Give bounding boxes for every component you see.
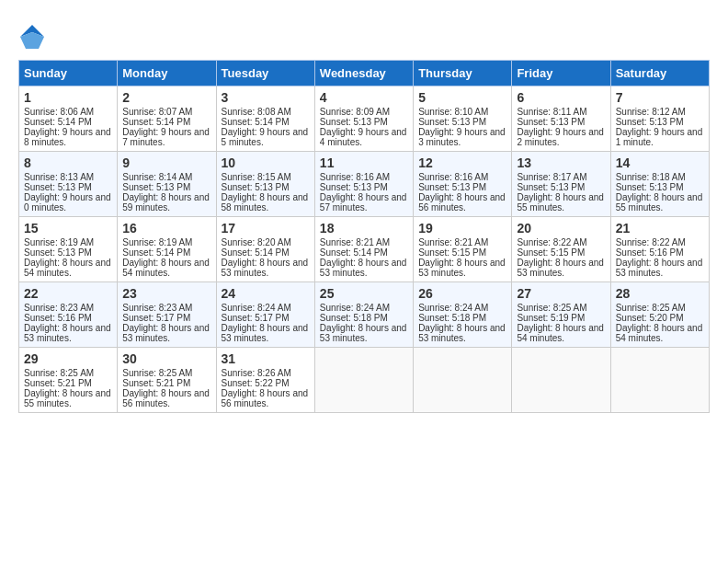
sunrise: Sunrise: 8:07 AM [122, 107, 192, 117]
sunrise: Sunrise: 8:24 AM [222, 303, 291, 313]
day-number: 27 [517, 286, 605, 301]
daylight: Daylight: 8 hours and 54 minutes. [517, 323, 604, 343]
sunrise: Sunrise: 8:17 AM [517, 172, 586, 182]
sunset: Sunset: 5:16 PM [616, 247, 684, 258]
sunset: Sunset: 5:13 PM [418, 182, 486, 192]
calendar-cell: 31Sunrise: 8:26 AMSunset: 5:22 PMDayligh… [216, 348, 314, 413]
daylight: Daylight: 9 hours and 8 minutes. [24, 127, 111, 147]
calendar-cell: 17Sunrise: 8:20 AMSunset: 5:14 PMDayligh… [216, 217, 314, 282]
sunset: Sunset: 5:13 PM [517, 117, 585, 127]
daylight: Daylight: 8 hours and 54 minutes. [616, 323, 703, 343]
sunset: Sunset: 5:13 PM [222, 182, 290, 192]
calendar-cell [610, 348, 709, 413]
calendar-cell: 6Sunrise: 8:11 AMSunset: 5:13 PMDaylight… [512, 86, 610, 152]
sunrise: Sunrise: 8:22 AM [616, 237, 686, 247]
day-number: 17 [222, 221, 310, 236]
calendar-cell: 2Sunrise: 8:07 AMSunset: 5:14 PMDaylight… [118, 86, 216, 152]
calendar-cell: 15Sunrise: 8:19 AMSunset: 5:13 PMDayligh… [19, 217, 118, 282]
daylight: Daylight: 8 hours and 53 minutes. [122, 323, 210, 343]
logo-icon [18, 23, 46, 51]
sunrise: Sunrise: 8:19 AM [122, 237, 192, 247]
weekday-header: Tuesday [216, 61, 314, 86]
calendar-cell [414, 348, 512, 413]
sunrise: Sunrise: 8:18 AM [616, 172, 686, 182]
sunset: Sunset: 5:13 PM [320, 117, 388, 127]
daylight: Daylight: 8 hours and 53 minutes. [320, 258, 407, 278]
calendar-cell: 25Sunrise: 8:24 AMSunset: 5:18 PMDayligh… [314, 282, 413, 348]
day-number: 8 [24, 155, 112, 170]
daylight: Daylight: 8 hours and 53 minutes. [418, 258, 506, 278]
sunrise: Sunrise: 8:25 AM [24, 368, 94, 378]
daylight: Daylight: 8 hours and 53 minutes. [222, 323, 309, 343]
day-number: 11 [320, 155, 408, 170]
day-number: 12 [418, 155, 506, 170]
weekday-header: Thursday [414, 61, 512, 86]
sunrise: Sunrise: 8:13 AM [24, 172, 94, 182]
sunset: Sunset: 5:22 PM [222, 378, 290, 388]
sunset: Sunset: 5:18 PM [418, 313, 486, 323]
sunset: Sunset: 5:13 PM [517, 182, 585, 192]
sunset: Sunset: 5:15 PM [517, 247, 585, 258]
calendar-cell: 8Sunrise: 8:13 AMSunset: 5:13 PMDaylight… [19, 152, 118, 217]
day-number: 22 [24, 286, 112, 301]
sunset: Sunset: 5:14 PM [320, 247, 388, 258]
sunrise: Sunrise: 8:25 AM [517, 303, 586, 313]
sunrise: Sunrise: 8:24 AM [418, 303, 488, 313]
day-number: 23 [122, 286, 210, 301]
daylight: Daylight: 8 hours and 55 minutes. [24, 388, 111, 408]
day-number: 16 [122, 221, 210, 236]
day-number: 14 [616, 155, 704, 170]
calendar-cell: 24Sunrise: 8:24 AMSunset: 5:17 PMDayligh… [216, 282, 314, 348]
weekday-header: Wednesday [314, 61, 413, 86]
sunset: Sunset: 5:16 PM [24, 313, 92, 323]
calendar-cell: 1Sunrise: 8:06 AMSunset: 5:14 PMDaylight… [19, 86, 118, 152]
day-number: 21 [616, 221, 704, 236]
daylight: Daylight: 8 hours and 54 minutes. [24, 258, 111, 278]
calendar-week-row: 29Sunrise: 8:25 AMSunset: 5:21 PMDayligh… [19, 348, 710, 413]
sunrise: Sunrise: 8:16 AM [320, 172, 390, 182]
sunrise: Sunrise: 8:15 AM [222, 172, 291, 182]
sunrise: Sunrise: 8:23 AM [122, 303, 192, 313]
day-number: 28 [616, 286, 704, 301]
sunrise: Sunrise: 8:24 AM [320, 303, 390, 313]
daylight: Daylight: 8 hours and 57 minutes. [320, 192, 407, 213]
sunset: Sunset: 5:13 PM [616, 182, 684, 192]
calendar-cell: 26Sunrise: 8:24 AMSunset: 5:18 PMDayligh… [414, 282, 512, 348]
sunrise: Sunrise: 8:16 AM [418, 172, 488, 182]
day-number: 4 [320, 90, 408, 105]
daylight: Daylight: 8 hours and 53 minutes. [222, 258, 309, 278]
calendar-cell: 29Sunrise: 8:25 AMSunset: 5:21 PMDayligh… [19, 348, 118, 413]
sunset: Sunset: 5:14 PM [222, 117, 290, 127]
sunrise: Sunrise: 8:25 AM [616, 303, 686, 313]
day-number: 6 [517, 90, 605, 105]
calendar-cell [314, 348, 413, 413]
day-number: 18 [320, 221, 408, 236]
sunset: Sunset: 5:13 PM [616, 117, 684, 127]
sunrise: Sunrise: 8:21 AM [418, 237, 488, 247]
sunrise: Sunrise: 8:12 AM [616, 107, 686, 117]
sunrise: Sunrise: 8:10 AM [418, 107, 488, 117]
daylight: Daylight: 8 hours and 58 minutes. [222, 192, 309, 213]
sunrise: Sunrise: 8:25 AM [122, 368, 192, 378]
daylight: Daylight: 9 hours and 0 minutes. [24, 192, 111, 213]
daylight: Daylight: 9 hours and 3 minutes. [418, 127, 506, 147]
calendar-week-row: 8Sunrise: 8:13 AMSunset: 5:13 PMDaylight… [19, 152, 710, 217]
weekday-header: Friday [512, 61, 610, 86]
day-number: 3 [222, 90, 310, 105]
calendar-week-row: 1Sunrise: 8:06 AMSunset: 5:14 PMDaylight… [19, 86, 710, 152]
calendar-cell: 5Sunrise: 8:10 AMSunset: 5:13 PMDaylight… [414, 86, 512, 152]
daylight: Daylight: 9 hours and 1 minute. [616, 127, 703, 147]
calendar-cell: 23Sunrise: 8:23 AMSunset: 5:17 PMDayligh… [118, 282, 216, 348]
daylight: Daylight: 8 hours and 53 minutes. [320, 323, 407, 343]
day-number: 2 [122, 90, 210, 105]
sunset: Sunset: 5:20 PM [616, 313, 684, 323]
calendar-cell: 4Sunrise: 8:09 AMSunset: 5:13 PMDaylight… [314, 86, 413, 152]
sunrise: Sunrise: 8:19 AM [24, 237, 94, 247]
day-number: 20 [517, 221, 605, 236]
daylight: Daylight: 8 hours and 55 minutes. [616, 192, 703, 213]
sunset: Sunset: 5:17 PM [222, 313, 290, 323]
sunset: Sunset: 5:14 PM [122, 117, 190, 127]
day-number: 5 [418, 90, 506, 105]
day-number: 9 [122, 155, 210, 170]
daylight: Daylight: 8 hours and 53 minutes. [517, 258, 604, 278]
